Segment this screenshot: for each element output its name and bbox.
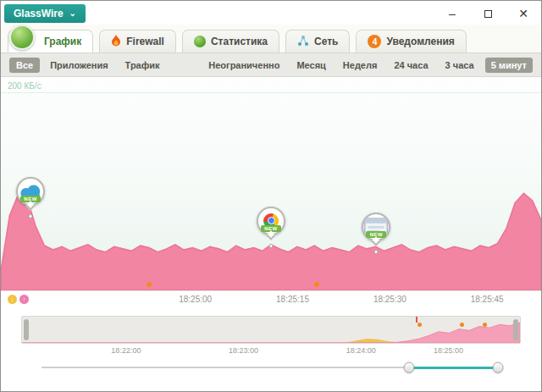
glasswire-menu-button[interactable]: GlassWire ⌄ (4, 4, 86, 23)
timeline-slider[interactable] (41, 357, 501, 378)
slider-selected-range[interactable] (409, 367, 499, 369)
app-marker-chrome[interactable]: NEW (255, 207, 287, 249)
alerts-count-badge: 4 (368, 35, 381, 48)
glasswire-window: GlassWire ⌄ – ✕ График Firewall Статисти… (0, 0, 542, 392)
minimap-chart (22, 317, 520, 343)
minimize-button[interactable]: – (434, 3, 470, 24)
minimap-edge-handle-right[interactable] (513, 319, 518, 340)
range-3h-button[interactable]: 3 часа (440, 58, 480, 73)
close-icon: ✕ (518, 7, 528, 20)
tab-statistics[interactable]: Статистика (182, 30, 279, 52)
titlebar: GlassWire ⌄ – ✕ (1, 1, 541, 25)
minimap-time-label: 18:24:00 (346, 346, 376, 355)
maximize-button[interactable] (470, 3, 506, 24)
network-icon (297, 35, 309, 49)
range-5min-button[interactable]: 5 минут (485, 58, 533, 73)
timeline-overview: 18:22:00 18:23:00 18:24:00 18:25:00 (1, 307, 541, 378)
flame-icon (111, 35, 121, 49)
minimap[interactable] (21, 316, 521, 344)
app-marker-cloud[interactable]: NEW (14, 177, 47, 219)
tab-graph-label: График (44, 36, 81, 47)
tab-network[interactable]: Сеть (285, 30, 350, 52)
range-24h-button[interactable]: 24 часа (388, 58, 434, 73)
time-range-group: Неограниченно Месяц Неделя 24 часа 3 час… (202, 58, 533, 73)
time-tick-label: 18:25:15 (276, 295, 309, 304)
time-tick-label: 18:25:30 (373, 295, 406, 304)
range-week-button[interactable]: Неделя (337, 58, 384, 73)
upload-indicator-icon[interactable]: ↑ (19, 295, 29, 304)
time-axis: ↓ ↑ 18:25:00 18:25:15 18:25:30 18:25:45 (1, 290, 541, 307)
minimap-alert-dot (483, 323, 487, 327)
traffic-area-chart (1, 77, 541, 290)
time-tick-label: 18:25:45 (471, 295, 504, 304)
minimize-icon: – (449, 7, 456, 20)
app-title: GlassWire (14, 8, 64, 19)
minimap-edge-handle-left[interactable] (24, 319, 29, 340)
glasswire-status-icon (9, 25, 35, 50)
marker-anchor-dot (29, 214, 33, 218)
tab-alerts-label: Уведомления (386, 36, 454, 47)
filter-traffic-button[interactable]: Трафик (119, 58, 167, 73)
marker-anchor-dot (374, 250, 379, 254)
tab-statistics-label: Статистика (211, 36, 268, 47)
tab-bar: График Firewall Статистика Сеть 4 Уведом… (1, 25, 541, 53)
filter-bar: Все Приложения Трафик Неограниченно Меся… (1, 53, 541, 77)
minimap-alert-tick (416, 317, 418, 323)
minimap-time-label: 18:22:00 (111, 346, 141, 355)
timeline-handle-right[interactable] (493, 362, 504, 373)
tab-firewall[interactable]: Firewall (99, 30, 176, 52)
statistics-icon (194, 36, 206, 47)
close-button[interactable]: ✕ (506, 3, 541, 24)
axis-legend: ↓ ↑ (8, 295, 29, 304)
app-marker-desktop-app[interactable]: NEW (360, 213, 392, 255)
traffic-graph[interactable]: 200 КБ/с NEW NEW (1, 77, 541, 290)
y-axis-max-label: 200 КБ/с (8, 81, 41, 91)
minimap-time-label: 18:25:00 (434, 346, 463, 355)
window-controls: – ✕ (434, 3, 541, 24)
minimap-time-label: 18:23:00 (229, 346, 258, 355)
chevron-down-icon: ⌄ (69, 10, 76, 17)
filter-all-button[interactable]: Все (9, 58, 40, 73)
tab-alerts[interactable]: 4 Уведомления (356, 30, 466, 52)
tab-firewall-label: Firewall (126, 36, 164, 47)
download-indicator-icon[interactable]: ↓ (8, 295, 17, 304)
alert-dot[interactable] (314, 282, 319, 287)
timeline-handle-left[interactable] (403, 362, 414, 373)
minimap-time-labels: 18:22:00 18:23:00 18:24:00 18:25:00 (21, 344, 521, 357)
minimap-alert-dot (418, 323, 422, 327)
view-filter-group: Все Приложения Трафик (9, 58, 167, 73)
tab-network-label: Сеть (314, 36, 338, 47)
range-unlimited-button[interactable]: Неограниченно (202, 58, 285, 73)
maximize-icon (484, 10, 492, 18)
time-tick-label: 18:25:00 (179, 295, 212, 304)
filter-apps-button[interactable]: Приложения (43, 58, 114, 73)
marker-anchor-dot (269, 244, 274, 248)
range-month-button[interactable]: Месяц (290, 58, 331, 73)
